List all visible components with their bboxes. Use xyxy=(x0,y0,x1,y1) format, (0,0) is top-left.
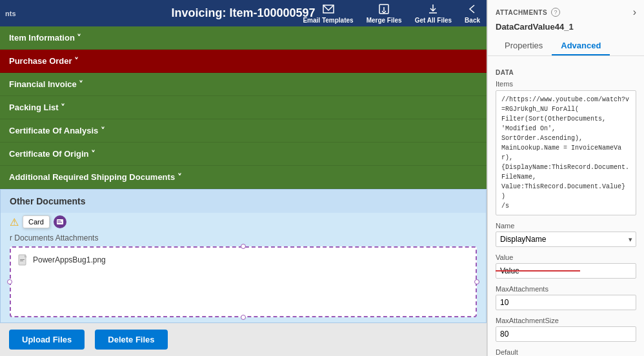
attachments-area: r Documents Attachments xyxy=(1,228,486,322)
right-header: ATTACHMENTS ? › DataCardValue44_1 Proper… xyxy=(488,0,644,56)
app-header: nts Invoicing: Item-100000597 Email Temp… xyxy=(0,0,487,26)
page-title: Invoicing: Item-100000597 xyxy=(171,6,315,19)
svg-rect-3 xyxy=(57,222,62,222)
collapse-button[interactable]: › xyxy=(633,6,636,18)
name-select[interactable]: DisplayName xyxy=(496,232,636,247)
attachments-title-row: ATTACHMENTS ? › xyxy=(496,6,636,18)
merge-files-button[interactable]: Merge Files xyxy=(367,3,402,24)
max-attachment-size-label: MaxAttachmentSize xyxy=(496,317,636,324)
email-templates-button[interactable]: Email Templates xyxy=(303,3,353,24)
card-tooltip-container: Card xyxy=(23,215,66,228)
card-icon xyxy=(54,215,66,228)
attachments-label: r Documents Attachments xyxy=(10,233,477,242)
value-select[interactable]: Value xyxy=(496,263,636,279)
nav-label: nts xyxy=(5,10,16,17)
card-tooltip: Card xyxy=(23,215,50,228)
left-panel: nts Invoicing: Item-100000597 Email Temp… xyxy=(0,0,487,356)
get-all-files-button[interactable]: Get All Files xyxy=(415,3,452,24)
max-attachments-row: MaxAttachments xyxy=(496,285,636,310)
section-certificate-analysis[interactable]: Certificate Of Analysis ˅ xyxy=(0,119,487,143)
data-section-label: DATA xyxy=(496,69,636,76)
tab-advanced[interactable]: Advanced xyxy=(552,37,610,55)
name-select-wrapper: DisplayName xyxy=(496,232,636,247)
file-item: PowerAppsBug1.png xyxy=(17,254,469,266)
max-attachments-input[interactable] xyxy=(496,295,636,310)
svg-rect-2 xyxy=(57,221,61,221)
attachments-title: ATTACHMENTS xyxy=(496,9,547,16)
svg-rect-5 xyxy=(20,259,25,260)
handle-top xyxy=(241,244,246,249)
value-select-wrapper: Value xyxy=(496,263,636,279)
file-name: PowerAppsBug1.png xyxy=(33,255,106,264)
right-content: DATA Items //https://www.youtube.com/wat… xyxy=(488,56,644,356)
other-docs-header: Other Documents xyxy=(1,190,486,213)
section-certificate-origin[interactable]: Certificate Of Origin ˅ xyxy=(0,143,487,166)
warning-icon: ⚠ xyxy=(10,216,19,228)
items-label: Items xyxy=(496,80,636,88)
sections-list: Item Information ˅ Purchase Order ˅ Fina… xyxy=(0,26,487,323)
right-panel: ATTACHMENTS ? › DataCardValue44_1 Proper… xyxy=(487,0,644,356)
card-tooltip-row: ⚠ Card xyxy=(1,213,486,228)
value-field-row: Value Value xyxy=(496,253,636,279)
upload-files-button[interactable]: Upload Files xyxy=(9,330,85,350)
other-documents-section: Other Documents ⚠ Card r Documents Attac… xyxy=(0,189,487,323)
data-card-name: DataCardValue44_1 xyxy=(496,22,636,32)
max-attachment-size-row: MaxAttachmentSize xyxy=(496,317,636,342)
action-buttons: Upload Files Delete Files xyxy=(0,323,487,356)
section-purchase-order[interactable]: Purchase Order ˅ xyxy=(0,50,487,73)
section-additional-shipping[interactable]: Additional Required Shipping Documents ˅ xyxy=(0,166,487,189)
file-drop-zone[interactable]: PowerAppsBug1.png xyxy=(10,246,477,317)
default-row: Default xyxy=(496,348,636,356)
svg-rect-6 xyxy=(20,261,23,261)
name-field-row: Name DisplayName xyxy=(496,222,636,247)
name-label: Name xyxy=(496,222,636,230)
tab-properties[interactable]: Properties xyxy=(496,37,552,55)
section-packing-list[interactable]: Packing List ˅ xyxy=(0,96,487,119)
back-button[interactable]: Back xyxy=(465,3,480,24)
header-icons: Email Templates Merge Files Get All File… xyxy=(303,0,480,26)
formula-box[interactable]: //https://www.youtube.com/watch?v=RGJrUk… xyxy=(496,90,636,215)
section-item-info[interactable]: Item Information ˅ xyxy=(0,26,487,50)
handle-right xyxy=(474,279,479,284)
max-attachments-label: MaxAttachments xyxy=(496,285,636,293)
max-attachment-size-input[interactable] xyxy=(496,326,636,342)
value-label: Value xyxy=(496,253,636,261)
title-with-icon: ATTACHMENTS ? xyxy=(496,8,560,17)
handle-left xyxy=(7,279,12,284)
delete-files-button[interactable]: Delete Files xyxy=(95,330,167,350)
handle-bottom xyxy=(241,315,246,320)
tabs-row: Properties Advanced xyxy=(496,37,636,55)
nav-left: nts xyxy=(0,0,16,26)
section-financial-invoice[interactable]: Financial Invoice ˅ xyxy=(0,73,487,96)
file-icon xyxy=(17,254,29,266)
default-label: Default xyxy=(496,348,636,356)
help-icon[interactable]: ? xyxy=(551,8,560,17)
